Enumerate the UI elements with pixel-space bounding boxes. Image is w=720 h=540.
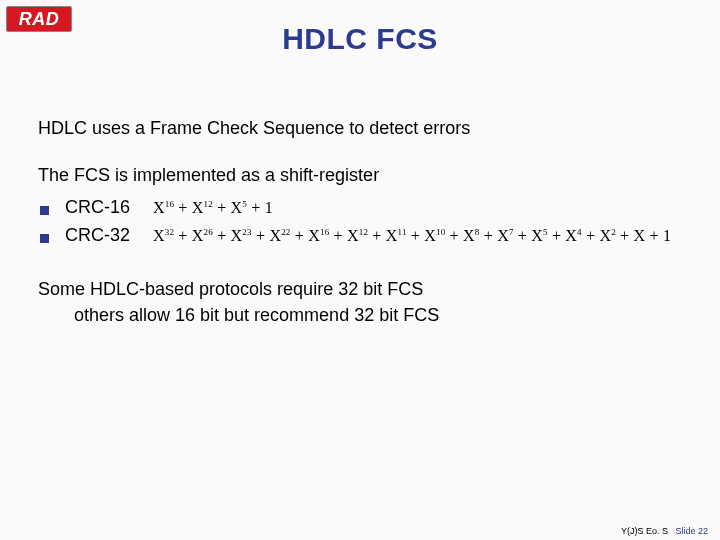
slide-title: HDLC FCS bbox=[0, 0, 720, 56]
crc-polynomial: X16 + X12 + X5 + 1 bbox=[153, 196, 273, 221]
crc-item-crc-32: CRC-32X32 + X26 + X23 + X22 + X16 + X12 … bbox=[40, 222, 682, 250]
protocols-line-2: others allow 16 bit but recommend 32 bit… bbox=[38, 302, 682, 328]
footer-author: Y(J)S Eo. S bbox=[621, 526, 668, 536]
crc-polynomial: X32 + X26 + X23 + X22 + X16 + X12 + X11 … bbox=[153, 224, 671, 249]
intro-text: HDLC uses a Frame Check Sequence to dete… bbox=[38, 118, 682, 139]
square-bullet-icon bbox=[40, 206, 49, 215]
footer-slide-number: 22 bbox=[698, 526, 708, 536]
crc-label: CRC-16 bbox=[65, 194, 153, 222]
shift-register-text: The FCS is implemented as a shift-regist… bbox=[38, 165, 682, 186]
square-bullet-icon bbox=[40, 234, 49, 243]
crc-list: CRC-16X16 + X12 + X5 + 1CRC-32X32 + X26 … bbox=[40, 194, 682, 250]
brand-logo-text: RAD bbox=[19, 9, 60, 30]
crc-label: CRC-32 bbox=[65, 222, 153, 250]
slide-content: HDLC uses a Frame Check Sequence to dete… bbox=[0, 56, 720, 328]
crc-item-crc-16: CRC-16X16 + X12 + X5 + 1 bbox=[40, 194, 682, 222]
slide-footer: Y(J)S Eo. S Slide 22 bbox=[621, 526, 708, 536]
protocols-line-1: Some HDLC-based protocols require 32 bit… bbox=[38, 276, 682, 302]
brand-logo: RAD bbox=[6, 6, 72, 32]
footer-slide-label: Slide bbox=[675, 526, 695, 536]
